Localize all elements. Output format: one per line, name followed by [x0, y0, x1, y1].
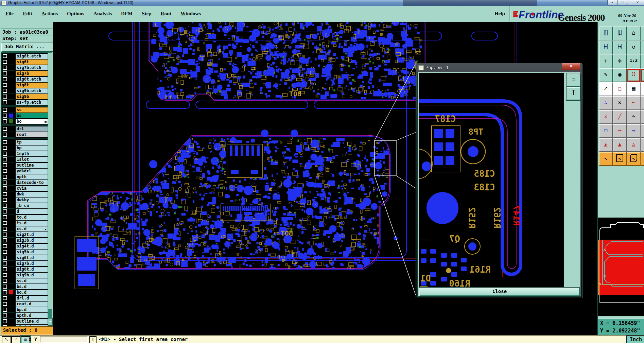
layer-name-label[interactable]: sig9b.etch	[15, 88, 48, 94]
restore-button[interactable]: ❐	[617, 0, 627, 5]
rect-button[interactable]: ▭	[641, 124, 644, 138]
layer-name-label[interactable]: jb_cu	[15, 203, 48, 209]
popview-close-button[interactable]: Close	[419, 288, 580, 296]
resize-button[interactable]: ↔	[627, 124, 641, 138]
layer-name-label[interactable]: bs.d	[15, 284, 48, 290]
layer-name-label[interactable]: sig7b	[15, 71, 48, 76]
layer-checkbox[interactable]	[3, 296, 7, 300]
layer-name-label[interactable]: sig3b.d	[15, 238, 48, 243]
layer-name-label[interactable]: tp	[15, 139, 48, 145]
layer-row-sig8t.d[interactable]: sig8t.d	[2, 267, 46, 272]
measure-button[interactable]: ▦	[627, 82, 641, 96]
layer-name-label[interactable]: sig6t	[15, 59, 48, 65]
previous-view-button[interactable]: ↺	[627, 40, 641, 54]
layer-checkbox[interactable]	[3, 221, 7, 225]
layer-row-rout[interactable]: rout	[2, 132, 46, 137]
net-list-button[interactable]: ∴	[599, 96, 613, 110]
layer-row-bp[interactable]: bp	[2, 145, 46, 151]
layer-row-ss.d[interactable]: ss.d	[2, 278, 46, 284]
layer-row-cs.d[interactable]: cs.d➤	[2, 226, 46, 231]
layer-name-label[interactable]: to.d	[15, 215, 48, 220]
layer-checkbox[interactable]	[3, 227, 7, 231]
layer-color-swatch[interactable]	[9, 114, 13, 118]
dot-button[interactable]: ●	[641, 96, 644, 110]
layer-checkbox[interactable]	[3, 267, 7, 271]
layer-checkbox[interactable]	[3, 54, 7, 58]
menu-analysis[interactable]: Analysis	[93, 11, 112, 17]
layer-row-sig8t[interactable]: sig8t	[2, 82, 46, 88]
xy-coordinate-input[interactable]	[40, 336, 88, 343]
layer-checkbox[interactable]	[3, 146, 7, 150]
layer-checkbox[interactable]	[3, 313, 7, 318]
layer-name-label[interactable]: sig9b	[15, 94, 48, 100]
view-left-button[interactable]: ⍇	[599, 40, 613, 54]
layer-row-drl.d[interactable]: drl.d	[2, 295, 46, 301]
layer-name-label[interactable]: bo.d	[15, 290, 48, 295]
layer-row-sig6t.d[interactable]: sig6t.d	[2, 255, 46, 260]
layer-name-label[interactable]: rout.d	[15, 301, 48, 307]
layer-checkbox[interactable]	[3, 233, 7, 237]
angle-button[interactable]: ∠	[599, 110, 613, 124]
arc-button[interactable]: ↷	[627, 110, 641, 124]
layer-checkbox[interactable]	[3, 250, 7, 254]
layer-row-ss[interactable]: ss	[2, 107, 46, 113]
layer-name-label[interactable]: datecode-to	[15, 180, 48, 186]
layer-scrollbar[interactable]: ▼	[48, 52, 52, 326]
thermal-1-button[interactable]: ◭	[599, 138, 613, 152]
layer-name-label[interactable]: 1npth	[15, 151, 48, 157]
tee-button[interactable]: ⊢	[641, 110, 644, 124]
zoom-expand-button[interactable]: ✛	[599, 54, 613, 68]
menu-step[interactable]: Step	[142, 11, 151, 17]
layer-checkbox[interactable]	[3, 256, 7, 260]
layer-name-label[interactable]: outline	[15, 162, 48, 168]
layer-checkbox[interactable]	[3, 119, 7, 123]
layer-row-dwk[interactable]: dwk	[2, 191, 46, 197]
layer-checkbox[interactable]	[3, 60, 7, 64]
layer-row-tp[interactable]: tp	[2, 139, 46, 145]
layer-checkbox[interactable]	[3, 95, 7, 99]
layer-name-label[interactable]: d	[15, 209, 48, 215]
stretch-button[interactable]: ╍	[613, 124, 627, 138]
layer-name-label[interactable]: bo⊞	[15, 119, 48, 124]
layer-name-label[interactable]: dwk	[15, 191, 48, 197]
layer-row-sig6t[interactable]: sig6t	[2, 59, 46, 65]
layer-row-dwkby[interactable]: dwkby	[2, 197, 46, 203]
layer-name-label[interactable]: ss	[15, 107, 48, 113]
layer-row-bo.d[interactable]: bo.d	[2, 290, 46, 295]
scrollbar-down-arrow[interactable]: ▼	[48, 318, 53, 326]
layer-row-npth.d[interactable]: npth.d	[2, 313, 46, 318]
layer-name-label[interactable]: sig6t.etch	[15, 53, 48, 59]
layer-checkbox[interactable]	[3, 100, 7, 104]
view-down-button[interactable]: ⍗	[613, 27, 627, 40]
layer-row-sig8t.etch[interactable]: sig8t.etch	[2, 76, 46, 82]
select-circle-button[interactable]: ◌	[641, 82, 644, 96]
layer-name-label[interactable]: bp	[15, 145, 48, 151]
layer-checkbox[interactable]	[3, 163, 7, 167]
layer-checkbox[interactable]	[3, 89, 7, 93]
layer-name-label[interactable]: sig6t.d	[15, 255, 48, 261]
layer-row-1slot[interactable]: 1slot	[2, 157, 46, 162]
layer-checkbox[interactable]	[3, 127, 7, 131]
units-button[interactable]: Inch	[626, 336, 644, 343]
menu-help[interactable]: Help	[494, 11, 505, 17]
menu-file[interactable]: File	[5, 11, 14, 17]
layer-row-to.d[interactable]: to.d	[2, 215, 46, 220]
layer-row-bs[interactable]: bs	[2, 113, 46, 118]
layer-row-bs.d[interactable]: bs.d	[2, 284, 46, 289]
layer-checkbox[interactable]	[3, 157, 7, 161]
layer-checkbox[interactable]	[3, 140, 7, 144]
zoom-1-2-button[interactable]: 1:2	[627, 54, 641, 68]
slant-line-button[interactable]: ╱	[613, 110, 627, 124]
layer-row-drl[interactable]: drl	[2, 126, 46, 132]
view-window-button[interactable]: ⊡	[641, 27, 644, 40]
menu-windows[interactable]: Windows	[180, 11, 201, 17]
layer-color-swatch[interactable]	[9, 290, 13, 294]
layer-name-label[interactable]: sig4t.d	[15, 243, 48, 249]
layer-row-sig5b.d[interactable]: sig5b.d	[2, 249, 46, 255]
layer-checkbox[interactable]	[3, 198, 7, 202]
thermal-3-button[interactable]: ◬	[627, 138, 641, 152]
layer-row-sig7b.etch[interactable]: sig7b.etch	[2, 65, 46, 70]
layer-checkbox[interactable]	[3, 169, 7, 173]
layer-colors-button[interactable]: ⠿	[627, 68, 641, 82]
view-right-button[interactable]: ⍈	[613, 40, 627, 54]
